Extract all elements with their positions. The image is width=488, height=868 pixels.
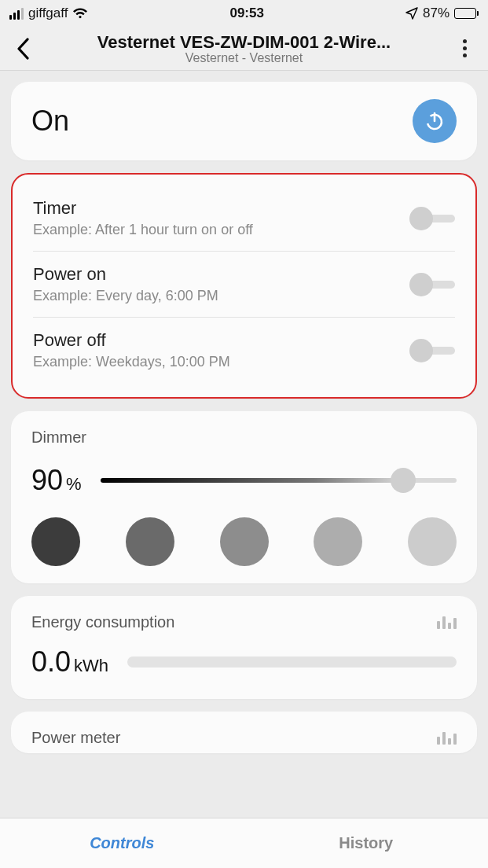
chart-icon[interactable] [437, 732, 457, 745]
dimmer-preset-1[interactable] [31, 517, 80, 566]
timer-toggle[interactable] [409, 207, 455, 230]
power-on-row[interactable]: Power on Example: Every day, 6:00 PM [33, 251, 455, 317]
location-icon [405, 7, 418, 20]
carrier-label: giffgaff [28, 6, 68, 21]
power-off-title: Power off [33, 330, 230, 351]
dimmer-preset-3[interactable] [220, 517, 269, 566]
power-off-subtitle: Example: Weekdays, 10:00 PM [33, 354, 230, 370]
battery-percent: 87% [423, 6, 449, 21]
dimmer-value: 90% [31, 464, 82, 497]
dimmer-slider[interactable] [101, 469, 457, 492]
dimmer-preset-5[interactable] [408, 517, 457, 566]
dimmer-title: Dimmer [31, 428, 457, 447]
vertical-dots-icon [463, 39, 467, 57]
page-subtitle: Vesternet - Vesternet [39, 51, 449, 65]
dimmer-preset-2[interactable] [126, 517, 174, 566]
power-state-card: On [11, 82, 477, 160]
nav-bar: Vesternet VES-ZW-DIM-001 2-Wire... Veste… [0, 27, 488, 71]
content-scroll[interactable]: On Timer Example: After 1 hour turn on o… [0, 71, 488, 818]
tab-controls[interactable]: Controls [0, 818, 244, 868]
chevron-left-icon [17, 38, 31, 60]
power-on-toggle[interactable] [409, 273, 455, 296]
status-bar: giffgaff 09:53 87% [0, 0, 488, 27]
slider-thumb[interactable] [391, 468, 416, 493]
power-on-title: Power on [33, 264, 218, 285]
power-state-label: On [31, 105, 69, 138]
dimmer-card: Dimmer 90% [11, 411, 477, 583]
timer-subtitle: Example: After 1 hour turn on or off [33, 222, 253, 238]
battery-icon [454, 8, 479, 19]
timer-title: Timer [33, 198, 253, 219]
tab-history[interactable]: History [244, 818, 489, 868]
dimmer-presets [31, 517, 457, 566]
energy-card: Energy consumption 0.0kWh [11, 596, 477, 699]
clock: 09:53 [229, 6, 263, 21]
power-off-row[interactable]: Power off Example: Weekdays, 10:00 PM [33, 317, 455, 383]
page-title: Vesternet VES-ZW-DIM-001 2-Wire... [39, 32, 449, 53]
energy-value: 0.0kWh [31, 645, 108, 679]
power-toggle-button[interactable] [413, 99, 457, 143]
wifi-icon [72, 8, 88, 19]
energy-title: Energy consumption [31, 613, 174, 631]
power-meter-card: Power meter [11, 712, 477, 753]
timers-card: Timer Example: After 1 hour turn on or o… [11, 173, 477, 399]
power-off-toggle[interactable] [409, 339, 455, 362]
energy-bar [127, 657, 457, 668]
timer-row[interactable]: Timer Example: After 1 hour turn on or o… [33, 186, 455, 251]
chart-icon[interactable] [437, 616, 457, 629]
cell-signal-icon [9, 8, 24, 20]
back-button[interactable] [8, 33, 39, 64]
power-icon [424, 110, 446, 132]
tab-bar: Controls History [0, 818, 488, 868]
power-on-subtitle: Example: Every day, 6:00 PM [33, 288, 218, 304]
power-meter-title: Power meter [31, 729, 120, 747]
dimmer-preset-4[interactable] [314, 517, 362, 566]
more-button[interactable] [449, 33, 480, 64]
